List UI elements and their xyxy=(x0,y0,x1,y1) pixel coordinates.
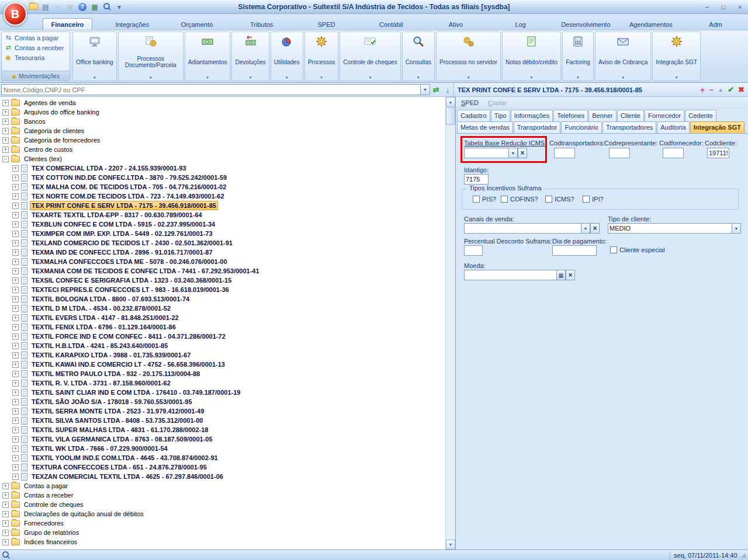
ribbon-button-controle-de-cheques[interactable]: Controle de cheques xyxy=(340,32,400,81)
quick-link-tesouraria[interactable]: ◉Tesouraria xyxy=(2,53,70,62)
remove-icon[interactable]: − xyxy=(709,86,714,94)
canais-clear-button[interactable] xyxy=(590,223,600,234)
tree-item-folder[interactable]: +Agentes de venda xyxy=(0,98,445,107)
tree-expander-icon[interactable]: + xyxy=(12,474,19,480)
cancel-icon[interactable]: ✖ xyxy=(738,85,744,94)
collapse-icon[interactable]: ▲ xyxy=(718,86,723,93)
tab-telefones[interactable]: Telefones xyxy=(553,110,588,121)
tree-expander-icon[interactable]: + xyxy=(12,464,19,471)
tree-item-folder[interactable]: +Centro de custos xyxy=(0,145,445,154)
tipo-cliente-dropdown-button[interactable] xyxy=(732,223,741,234)
tree-expander-icon[interactable]: + xyxy=(2,128,9,134)
tab-benner[interactable]: Benner xyxy=(588,110,616,121)
folder-icon[interactable] xyxy=(28,2,39,12)
tree-expander-icon[interactable]: + xyxy=(2,119,9,125)
tab-transportadores[interactable]: Transportadores xyxy=(602,121,656,133)
maximize-button[interactable]: □ xyxy=(715,2,732,12)
tree-item-client[interactable]: +TEXTIL SAINT CLIAR IND E COM LTDA - 176… xyxy=(0,388,445,397)
ribbon-button-factoring[interactable]: Factoring xyxy=(562,32,594,81)
quick-link-contas-a-receber[interactable]: ⇄Contas a receber xyxy=(2,43,70,53)
tree-expander-icon[interactable]: + xyxy=(2,109,9,116)
tree-item-client[interactable]: +TEXTIL SUPER MALHAS LTDA - 4831 - 61.17… xyxy=(0,425,445,434)
tree-expander-icon[interactable]: + xyxy=(12,212,19,218)
scroll-down-button[interactable] xyxy=(446,540,455,549)
ribbon-button-adiantamentos[interactable]: Adiantamentos xyxy=(185,32,231,81)
calculator-icon[interactable]: ▦ xyxy=(89,2,100,12)
tabela-base-input[interactable] xyxy=(464,148,508,158)
tree-expander-icon[interactable]: + xyxy=(12,455,19,461)
ribbon-button-processos-documento-parcela[interactable]: Processos Documento/Parcela xyxy=(118,32,183,81)
print-icon[interactable]: ▤ xyxy=(40,2,51,12)
search-icon[interactable] xyxy=(102,2,112,12)
tree-expander-icon[interactable]: + xyxy=(2,502,9,508)
tree-item-client[interactable]: +TEXMALHA CONFECCOES LTDA ME - 5078 - 00… xyxy=(0,257,445,266)
codfornecedor-input[interactable] xyxy=(663,148,684,158)
tipo-cliente-input[interactable] xyxy=(608,223,732,234)
tree-expander-icon[interactable]: + xyxy=(12,352,19,359)
tree-item-client[interactable]: +TEXARTE TEXTIL LTDA-EPP - 8317 - 00.630… xyxy=(0,210,445,220)
ribbon-tab-desenvolvimento[interactable]: Desenvolvimento xyxy=(553,14,618,30)
tree-expander-icon[interactable]: + xyxy=(12,427,19,433)
tree-expander-icon[interactable]: + xyxy=(12,203,19,209)
search-input[interactable] xyxy=(2,85,420,95)
tree-expander-icon[interactable]: + xyxy=(2,511,9,517)
tree-item-client[interactable]: +TEXTECI REPRES.E CONFECCOES LT - 983 - … xyxy=(0,285,445,294)
tree-item-folder[interactable]: +Arquivos do office banking xyxy=(0,107,445,117)
tab-informacoes[interactable]: Informações xyxy=(511,110,553,121)
tree-item-client[interactable]: +TEXBLUN CONFEC E COM LTDA - 5915 - 02.2… xyxy=(0,220,445,229)
tree-expander-icon[interactable]: + xyxy=(12,399,19,405)
ribbon-button-processos-no-servidor[interactable]: Processos no servidor xyxy=(436,32,501,81)
tree-expander-icon[interactable]: + xyxy=(12,221,19,228)
ribbon-tab-contabil[interactable]: Contábil xyxy=(359,14,424,30)
tree-expander-icon[interactable]: + xyxy=(12,343,19,349)
tree-item-folder[interactable]: −Clientes (tex) xyxy=(0,154,445,164)
codtransportadora-input[interactable] xyxy=(554,148,575,158)
tree-expander-icon[interactable]: + xyxy=(12,315,19,321)
tree-item-client[interactable]: +TEX COMERCIAL LTDA - 2207 - 24.155.939/… xyxy=(0,164,445,173)
tree-item-client[interactable]: +TEXTIL FORCE IND E COM CONFEC - 8411 - … xyxy=(0,332,445,341)
tree-item-client[interactable]: +TEXLAND COMERCIO DE TECIDOS LT - 2430 -… xyxy=(0,238,445,248)
tree-item-client[interactable]: +TEXSIL CONFEC E SERIGRAFIA LTDA - 1323 … xyxy=(0,276,445,285)
tree-item-client[interactable]: +TEX COTTON IND.DE CONFEC.LTDA - 3870 - … xyxy=(0,173,445,182)
percentual-input[interactable] xyxy=(464,245,483,256)
tab-cadastro[interactable]: Cadastro xyxy=(457,110,490,121)
tree-item-folder[interactable]: +Índices financeiros xyxy=(0,537,445,547)
checkbox-icms[interactable] xyxy=(545,196,552,203)
tree-item-client[interactable]: +TEXTIL KAWAI IND.E COMERCIO LT - 4752 -… xyxy=(0,360,445,369)
canais-dropdown-button[interactable] xyxy=(581,223,590,234)
tree-expander-icon[interactable]: + xyxy=(12,446,19,452)
resize-grip[interactable]: ◢ xyxy=(741,551,746,559)
tree-item-folder[interactable]: +Fornecedores xyxy=(0,519,445,528)
moeda-input[interactable] xyxy=(464,270,556,280)
scroll-up-button[interactable] xyxy=(446,97,455,107)
canais-input[interactable] xyxy=(464,223,581,234)
ribbon-button-processos[interactable]: Processos xyxy=(304,32,339,81)
tree-expander-icon[interactable]: + xyxy=(12,249,19,256)
tabela-base-dropdown-button[interactable] xyxy=(508,148,518,158)
tree-expander-icon[interactable]: + xyxy=(2,147,9,153)
tree-expander-icon[interactable]: + xyxy=(2,137,9,144)
tree-expander-icon[interactable]: + xyxy=(12,193,19,200)
tree-expander-icon[interactable]: + xyxy=(12,418,19,424)
tab-metas-de-vendas[interactable]: Metas de vendas xyxy=(457,121,513,133)
ribbon-tab-log[interactable]: Log xyxy=(488,14,553,30)
menu-arrow-icon[interactable]: ▾ xyxy=(114,2,124,12)
tree-expander-icon[interactable]: + xyxy=(12,287,19,293)
tree-expander-icon[interactable]: + xyxy=(12,231,19,237)
tree-item-folder[interactable]: +Categoria de clientes xyxy=(0,126,445,135)
tree-item-client[interactable]: +TEXTIL METRO PAULO LTDA - 932 - 20.175.… xyxy=(0,369,445,378)
codcliente-input[interactable] xyxy=(707,148,729,158)
tree-item-client[interactable]: +TEXTIL D M LTDA. - 4534 - 00.232.878/00… xyxy=(0,304,445,313)
tree-item-folder[interactable]: +Contas a pagar xyxy=(0,481,445,491)
tree-expander-icon[interactable]: + xyxy=(12,175,19,181)
tree-expander-icon[interactable]: + xyxy=(12,371,19,377)
ribbon-button-aviso-de-cobranca[interactable]: Aviso de Cobrança xyxy=(595,32,651,81)
menu-sped[interactable]: SPED xyxy=(461,99,479,106)
tree-item-client[interactable]: +TEXTIL H.B.LTDA - 4241 - 85.243.640/000… xyxy=(0,341,445,350)
quick-link-contas-a-pagar[interactable]: ⇆Contas a pagar xyxy=(2,33,70,43)
add-icon[interactable]: + xyxy=(700,86,705,94)
ribbon-button-devolucoes[interactable]: Devoluções xyxy=(231,32,269,81)
tree-item-client[interactable]: +TEXTIL VILA GERMANICA LTDA - 8763 - 08.… xyxy=(0,434,445,444)
tab-tipo[interactable]: Tipo xyxy=(491,110,510,121)
tree-item-client[interactable]: +TEX PRINT CONFE E SERV LTDA - 7175 - 39… xyxy=(0,201,445,210)
